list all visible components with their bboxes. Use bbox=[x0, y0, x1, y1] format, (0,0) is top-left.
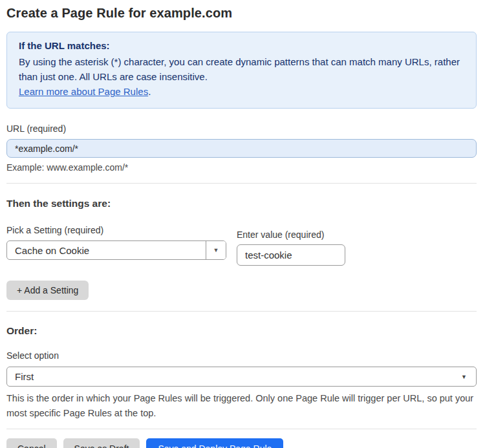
url-input[interactable] bbox=[6, 139, 477, 158]
url-matches-callout: If the URL matches: By using the asteris… bbox=[6, 32, 477, 109]
order-help-text: This is the order in which your Page Rul… bbox=[6, 391, 477, 421]
save-draft-button[interactable]: Save as Draft bbox=[63, 438, 140, 448]
setting-dropdown-value: Cache on Cookie bbox=[7, 241, 206, 259]
url-example-text: Example: www.example.com/* bbox=[6, 162, 477, 173]
page-title: Create a Page Rule for example.com bbox=[6, 6, 477, 21]
callout-heading: If the URL matches: bbox=[19, 40, 464, 51]
footer-actions: Cancel Save as Draft Save and Deploy Pag… bbox=[6, 438, 477, 448]
order-heading: Order: bbox=[6, 325, 477, 337]
link-suffix: . bbox=[148, 86, 151, 97]
callout-link-row: Learn more about Page Rules. bbox=[19, 84, 464, 99]
divider bbox=[6, 311, 477, 312]
setting-value-input[interactable] bbox=[237, 244, 345, 266]
settings-heading: Then the settings are: bbox=[6, 198, 477, 209]
order-select-label: Select option bbox=[6, 350, 477, 361]
url-field-label: URL (required) bbox=[6, 123, 477, 134]
setting-picker-group: Pick a Setting (required) Cache on Cooki… bbox=[6, 225, 226, 266]
settings-row: Pick a Setting (required) Cache on Cooki… bbox=[6, 225, 477, 266]
order-select[interactable]: First ▼ bbox=[6, 367, 477, 387]
select-arrow-icon: ▼ bbox=[461, 374, 467, 380]
setting-value-label: Enter value (required) bbox=[237, 229, 345, 240]
dropdown-arrow-icon[interactable]: ▼ bbox=[206, 241, 226, 259]
setting-dropdown[interactable]: Cache on Cookie ▼ bbox=[6, 240, 226, 260]
callout-body: By using the asterisk (*) character, you… bbox=[19, 54, 464, 84]
cancel-button[interactable]: Cancel bbox=[6, 438, 57, 448]
page-rule-form: Create a Page Rule for example.com If th… bbox=[0, 0, 485, 448]
learn-more-link[interactable]: Learn more about Page Rules bbox=[19, 86, 148, 97]
divider bbox=[6, 429, 477, 429]
setting-picker-label: Pick a Setting (required) bbox=[6, 225, 226, 235]
add-setting-button[interactable]: + Add a Setting bbox=[6, 281, 89, 300]
save-deploy-button[interactable]: Save and Deploy Page Rule bbox=[146, 438, 283, 448]
divider bbox=[6, 183, 477, 184]
order-select-value: First bbox=[15, 371, 34, 382]
setting-value-group: Enter value (required) bbox=[237, 229, 345, 266]
